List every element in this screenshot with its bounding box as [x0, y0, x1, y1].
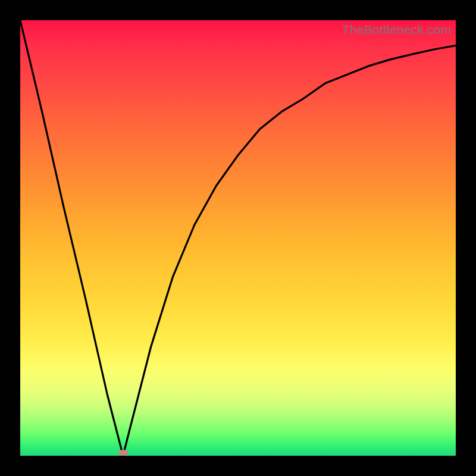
- minimum-marker: [118, 450, 128, 456]
- chart-frame: TheBottleneck.com: [0, 0, 476, 476]
- plot-area: TheBottleneck.com: [20, 20, 456, 456]
- bottleneck-curve: [20, 20, 456, 456]
- curve-path: [20, 20, 456, 456]
